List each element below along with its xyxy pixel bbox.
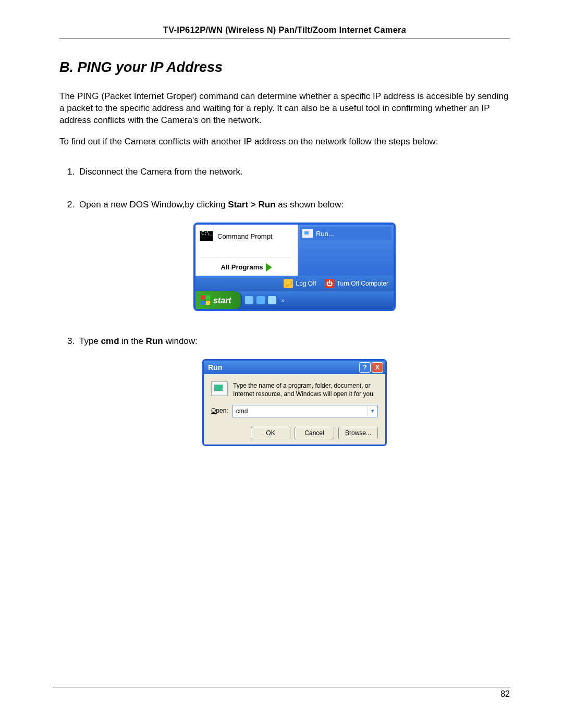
section-heading: B. PING your IP Address — [59, 58, 510, 77]
command-prompt-label: Command Prompt — [217, 232, 272, 241]
power-icon: ⏻ — [325, 279, 334, 288]
quicklaunch-icon-1[interactable] — [245, 296, 253, 304]
steps-list: Disconnect the Camera from the network. … — [77, 166, 510, 449]
arrow-right-icon — [266, 263, 272, 272]
run-dialog: Run ? X Type the name of a program, fold… — [202, 359, 387, 446]
menu-item-command-prompt[interactable]: C:\_ Command Prompt — [199, 228, 295, 244]
logoff-bar: 🔑 Log Off ⏻ Turn Off Computer — [195, 276, 394, 291]
turn-off-button[interactable]: ⏻ Turn Off Computer — [325, 279, 388, 288]
figure-start-menu: C:\_ Command Prompt All Programs — [79, 223, 510, 315]
step-2: Open a new DOS Window,by clicking Start … — [77, 199, 510, 315]
close-button[interactable]: X — [372, 362, 383, 373]
figure-run-dialog: Run ? X Type the name of a program, fold… — [79, 359, 510, 449]
run-label: Run... — [316, 229, 334, 239]
all-programs-label: All Programs — [221, 263, 263, 272]
log-off-button[interactable]: 🔑 Log Off — [284, 279, 316, 288]
page-footer: 82 — [53, 687, 510, 700]
header-title: TV-IP612P/WN (Wireless N) Pan/Tilt/Zoom … — [163, 25, 401, 34]
open-label: Open: — [211, 406, 228, 415]
help-button[interactable]: ? — [359, 362, 371, 373]
run-window-title: Run — [208, 363, 222, 373]
menu-item-all-programs[interactable]: All Programs — [199, 258, 295, 276]
start-button[interactable]: start — [195, 291, 242, 309]
header-rule — [59, 39, 510, 39]
logoff-icon: 🔑 — [284, 279, 293, 288]
menu-separator — [201, 257, 292, 257]
windows-flag-icon — [201, 295, 210, 305]
start-label: start — [213, 295, 231, 306]
quick-launch: » — [242, 296, 288, 304]
step-1: Disconnect the Camera from the network. — [77, 166, 510, 178]
browse-button[interactable]: Browse... — [338, 427, 378, 439]
page-header: TV-IP612P/WN (Wireless N) Pan/Tilt/Zoom … — [59, 24, 510, 39]
open-combobox[interactable]: ▾ — [232, 405, 378, 417]
command-prompt-icon: C:\_ — [200, 231, 213, 241]
chevron-right-icon[interactable]: » — [279, 297, 285, 304]
open-input[interactable] — [233, 408, 368, 415]
paragraph-2: To find out if the Camera conflicts with… — [59, 136, 510, 148]
run-titlebar: Run ? X — [204, 361, 385, 374]
cancel-button[interactable]: Cancel — [295, 427, 334, 439]
footer-rule — [53, 687, 510, 687]
run-message: Type the name of a program, folder, docu… — [233, 381, 378, 398]
quicklaunch-icon-3[interactable] — [268, 296, 276, 304]
dropdown-arrow-icon[interactable]: ▾ — [368, 406, 377, 416]
taskbar: start » — [195, 291, 394, 309]
paragraph-1: The PING (Packet Internet Groper) comman… — [59, 91, 510, 127]
menu-item-run[interactable]: Run... — [300, 227, 391, 240]
step-3: Type cmd in the Run window: Run ? X Type… — [77, 336, 510, 449]
logoff-label: Log Off — [296, 279, 316, 288]
turnoff-label: Turn Off Computer — [337, 279, 388, 288]
start-right-panel: Run... — [298, 225, 394, 276]
ok-button[interactable]: OK — [251, 427, 290, 439]
page-number: 82 — [53, 688, 510, 700]
quicklaunch-icon-2[interactable] — [256, 296, 265, 304]
start-menu: C:\_ Command Prompt All Programs — [193, 223, 396, 311]
run-icon — [302, 229, 313, 238]
run-dialog-icon — [211, 381, 228, 396]
header-title-italic: a — [401, 25, 406, 34]
start-left-panel: C:\_ Command Prompt All Programs — [195, 225, 298, 276]
